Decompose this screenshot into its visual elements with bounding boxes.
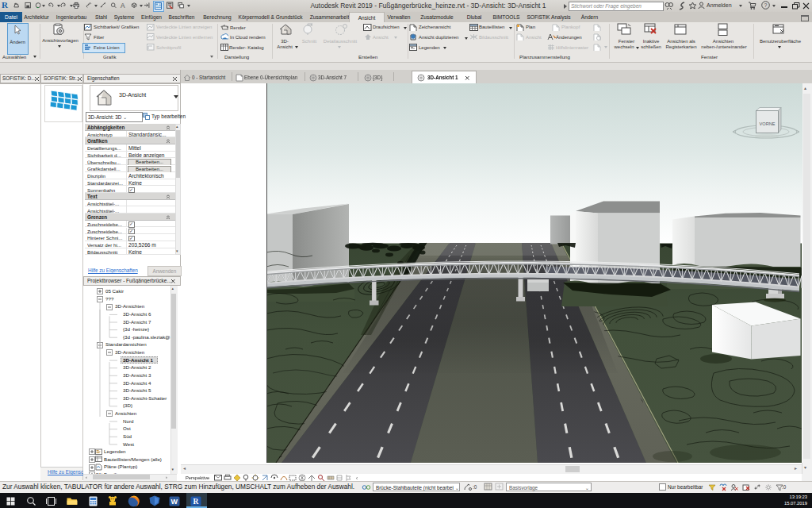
svg-text:?: ? (764, 2, 768, 8)
svg-text:W: W (171, 498, 178, 506)
svg-text:R: R (193, 498, 199, 506)
svg-text:VORNE: VORNE (760, 121, 776, 126)
